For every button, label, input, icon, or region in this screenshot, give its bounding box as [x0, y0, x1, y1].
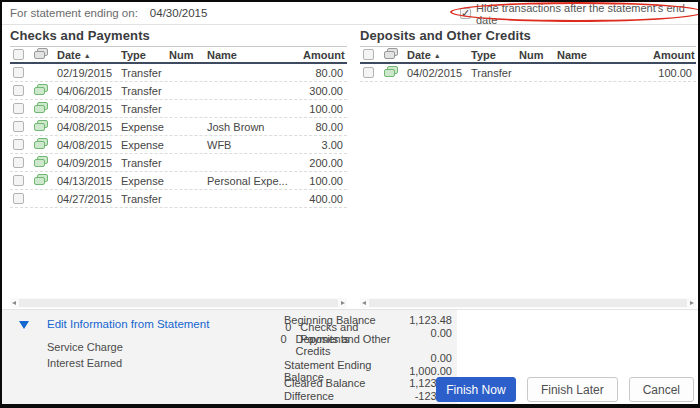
reconcile-footer: Edit Information from Statement Service … [2, 309, 698, 404]
row-checkbox[interactable] [13, 85, 24, 96]
cleared-transaction-icon [34, 174, 48, 185]
cleared-transaction-icon [34, 156, 48, 167]
row-type: Expense [121, 121, 169, 133]
row-date: 04/08/2015 [57, 139, 121, 151]
edit-statement-info-link[interactable]: Edit Information from Statement [47, 318, 209, 330]
scroll-right-icon[interactable] [338, 298, 347, 308]
deposits-overflow-value: 0.00 [396, 352, 452, 364]
select-all-checkbox[interactable] [363, 49, 374, 60]
row-checkbox[interactable] [13, 175, 24, 186]
service-charge-label: Service Charge [47, 341, 123, 353]
checks-panel-title: Checks and Payments [10, 28, 347, 47]
table-row: 04/08/2015 Expense WFB 3.00 [10, 136, 347, 154]
transactions-stack-icon [34, 48, 48, 59]
column-header-name[interactable]: Name [557, 49, 653, 61]
column-header-type[interactable]: Type [471, 49, 519, 61]
column-header-amount[interactable]: Amount [303, 49, 347, 61]
checks-and-payments-panel: Checks and Payments Date▲ Type Num Name … [10, 28, 347, 308]
deposits-table-body: 04/02/2015 Transfer 100.00 [360, 64, 696, 296]
statement-ending-date: 04/30/2015 [150, 7, 208, 19]
difference-label: Difference [254, 390, 396, 402]
summary-row: Statement Ending Balance 1,000.00 [254, 364, 452, 377]
row-amount: 100.00 [303, 175, 347, 187]
row-type: Transfer [121, 85, 169, 97]
row-date: 04/09/2015 [57, 157, 121, 169]
column-header-amount[interactable]: Amount [653, 49, 696, 61]
row-date: 04/08/2015 [57, 103, 121, 115]
row-amount: 80.00 [303, 67, 347, 79]
column-header-type[interactable]: Type [121, 49, 169, 61]
deposits-panel-title: Deposits and Other Credits [360, 28, 696, 47]
row-date: 04/27/2015 [57, 193, 121, 205]
checks-table-body: 02/19/2015 Transfer 80.00 04/06/2015 Tra… [10, 64, 347, 296]
row-type: Expense [121, 175, 169, 187]
interest-earned-label: Interest Earned [47, 357, 122, 369]
cleared-balance-label: Cleared Balance [254, 377, 396, 389]
scroll-left-icon[interactable] [360, 298, 369, 308]
summary-row: Difference -123.48 [254, 390, 452, 403]
cleared-transaction-icon [34, 84, 48, 95]
table-row: 04/02/2015 Transfer 100.00 [360, 64, 696, 82]
sort-asc-icon: ▲ [84, 52, 91, 59]
checks-total-value: 0.00 [396, 327, 452, 339]
row-type: Expense [121, 139, 169, 151]
select-all-checkbox[interactable] [13, 49, 24, 60]
row-type: Transfer [121, 157, 169, 169]
statement-topbar: For statement ending on: 04/30/2015 Hide… [2, 2, 698, 25]
row-amount: 80.00 [303, 121, 347, 133]
row-amount: 400.00 [303, 193, 347, 205]
row-checkbox[interactable] [13, 67, 24, 78]
table-row: 04/27/2015 Transfer 400.00 [10, 190, 347, 208]
checks-horizontal-scrollbar[interactable] [10, 298, 347, 308]
table-row: 04/13/2015 Expense Personal Expe... 100.… [10, 172, 347, 190]
cleared-transaction-icon [34, 138, 48, 149]
column-header-name[interactable]: Name [207, 49, 303, 61]
statement-ending-label: For statement ending on: [10, 7, 138, 19]
reconcile-summary: Beginning Balance 1,123.48 0 Checks and … [254, 314, 452, 402]
cancel-button[interactable]: Cancel [629, 377, 694, 402]
deposits-count-label: Deposits and Other Credits [296, 333, 396, 357]
scroll-left-icon[interactable] [10, 298, 19, 308]
row-date: 04/08/2015 [57, 121, 121, 133]
row-type: Transfer [121, 67, 169, 79]
deposits-count: 0 [254, 333, 296, 357]
deposits-horizontal-scrollbar[interactable] [360, 298, 696, 308]
finish-now-button[interactable]: Finish Now [436, 377, 516, 402]
row-amount: 100.00 [653, 67, 696, 79]
row-date: 04/02/2015 [407, 67, 471, 79]
row-checkbox[interactable] [363, 67, 374, 78]
transactions-stack-icon [384, 48, 398, 59]
row-type: Transfer [471, 67, 519, 79]
collapse-triangle-icon[interactable] [19, 321, 29, 329]
cleared-transaction-icon [34, 120, 48, 131]
row-checkbox[interactable] [13, 121, 24, 132]
cleared-transaction-icon [384, 66, 398, 77]
summary-row: Cleared Balance 1,123.48 [254, 377, 452, 390]
row-checkbox[interactable] [13, 157, 24, 168]
column-header-num[interactable]: Num [169, 49, 207, 61]
deposits-and-credits-panel: Deposits and Other Credits Date▲ Type Nu… [360, 28, 696, 308]
column-header-date[interactable]: Date▲ [407, 49, 471, 61]
finish-later-button[interactable]: Finish Later [527, 377, 618, 402]
deposits-table-header: Date▲ Type Num Name Amount [360, 47, 696, 64]
action-buttons: Finish Now Finish Later Cancel [436, 377, 694, 402]
scroll-right-icon[interactable] [687, 298, 696, 308]
column-header-num[interactable]: Num [519, 49, 557, 61]
row-amount: 200.00 [303, 157, 347, 169]
hide-transactions-checkbox[interactable] [460, 8, 471, 19]
checks-table-header: Date▲ Type Num Name Amount [10, 47, 347, 64]
reconcile-window: For statement ending on: 04/30/2015 Hide… [0, 0, 700, 408]
row-name: WFB [207, 139, 303, 151]
row-type: Transfer [121, 103, 169, 115]
beginning-balance-value: 1,123.48 [396, 314, 452, 326]
row-date: 04/06/2015 [57, 85, 121, 97]
row-type: Transfer [121, 193, 169, 205]
cleared-transaction-icon [34, 102, 48, 113]
row-checkbox[interactable] [13, 103, 24, 114]
row-checkbox[interactable] [13, 139, 24, 150]
column-header-date[interactable]: Date▲ [57, 49, 121, 61]
row-checkbox[interactable] [13, 193, 24, 204]
row-date: 04/13/2015 [57, 175, 121, 187]
row-date: 02/19/2015 [57, 67, 121, 79]
table-row: 02/19/2015 Transfer 80.00 [10, 64, 347, 82]
